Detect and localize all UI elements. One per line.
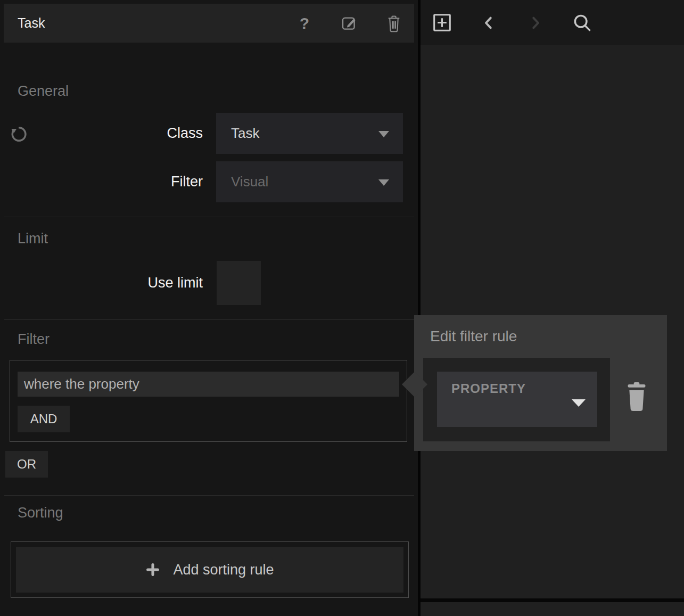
add-sorting-rule-button[interactable]: Add sorting rule <box>16 547 403 593</box>
board-panel <box>421 0 684 616</box>
use-limit-checkbox[interactable] <box>217 261 261 305</box>
header-actions: ? <box>296 4 402 43</box>
class-select[interactable]: Task <box>216 113 403 154</box>
filter-rule-row[interactable]: where the property <box>18 372 399 397</box>
bottom-panel <box>421 602 684 616</box>
class-select-value: Task <box>231 125 259 142</box>
section-heading-sorting: Sorting <box>18 505 63 521</box>
section-divider <box>4 319 414 320</box>
forward-icon[interactable] <box>525 13 546 33</box>
filter-type-select[interactable]: Visual <box>216 161 403 202</box>
chevron-down-icon <box>378 179 389 186</box>
edit-filter-popup: Edit filter rule PROPERTY <box>414 315 667 451</box>
add-sorting-rule-label: Add sorting rule <box>173 562 274 578</box>
filter-rules-group: where the property AND <box>10 360 407 442</box>
panel-gap <box>421 598 684 602</box>
filter-type-label: Filter <box>0 161 203 202</box>
add-square-icon[interactable] <box>432 13 452 33</box>
edit-icon[interactable] <box>341 14 358 32</box>
popup-title: Edit filter rule <box>430 328 517 345</box>
section-divider <box>4 217 414 217</box>
or-button[interactable]: OR <box>5 451 48 478</box>
plus-icon <box>145 562 160 577</box>
search-icon[interactable] <box>572 13 592 33</box>
panel-title: Task <box>18 15 45 31</box>
section-divider <box>4 495 414 496</box>
class-label: Class <box>0 113 203 154</box>
section-heading-general: General <box>18 83 69 100</box>
app-screen: Task ? <box>0 0 684 616</box>
filter-rule-editor: PROPERTY <box>423 358 610 441</box>
help-icon[interactable]: ? <box>296 14 313 32</box>
property-select[interactable]: PROPERTY <box>437 372 597 427</box>
filter-type-select-value: Visual <box>231 174 268 190</box>
chevron-down-icon <box>572 399 586 407</box>
board-toolbar <box>421 0 684 45</box>
trash-icon[interactable] <box>385 14 402 32</box>
query-setup-panel: Task ? <box>0 0 418 616</box>
panel-header: Task ? <box>4 4 414 43</box>
property-select-label: PROPERTY <box>451 381 526 396</box>
filter-rule-text: where the property <box>24 376 139 392</box>
use-limit-label: Use limit <box>0 261 203 305</box>
sorting-rules-group: Add sorting rule <box>11 541 409 598</box>
and-button[interactable]: AND <box>18 406 70 432</box>
section-heading-filter: Filter <box>18 331 50 348</box>
chevron-down-icon <box>378 131 389 137</box>
delete-icon[interactable] <box>625 381 648 412</box>
section-heading-limit: Limit <box>18 231 48 247</box>
back-icon[interactable] <box>479 13 499 33</box>
